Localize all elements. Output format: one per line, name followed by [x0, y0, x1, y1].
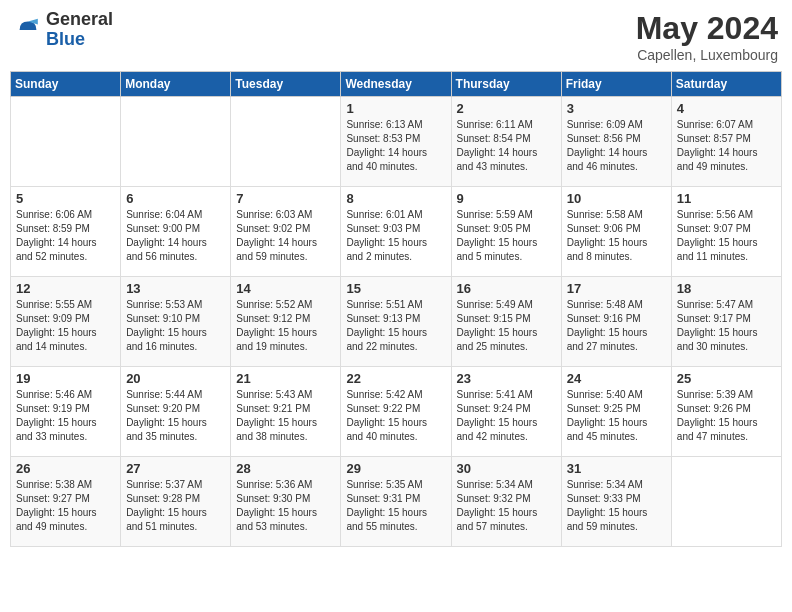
- calendar-week-5: 26Sunrise: 5:38 AMSunset: 9:27 PMDayligh…: [11, 457, 782, 547]
- day-info: Sunrise: 5:46 AMSunset: 9:19 PMDaylight:…: [16, 388, 115, 444]
- day-number: 11: [677, 191, 776, 206]
- day-number: 28: [236, 461, 335, 476]
- day-number: 26: [16, 461, 115, 476]
- weekday-header-thursday: Thursday: [451, 72, 561, 97]
- day-info: Sunrise: 5:34 AMSunset: 9:32 PMDaylight:…: [457, 478, 556, 534]
- day-info: Sunrise: 5:42 AMSunset: 9:22 PMDaylight:…: [346, 388, 445, 444]
- weekday-header-sunday: Sunday: [11, 72, 121, 97]
- day-number: 6: [126, 191, 225, 206]
- weekday-header-monday: Monday: [121, 72, 231, 97]
- calendar-week-2: 5Sunrise: 6:06 AMSunset: 8:59 PMDaylight…: [11, 187, 782, 277]
- day-number: 10: [567, 191, 666, 206]
- calendar-cell: 31Sunrise: 5:34 AMSunset: 9:33 PMDayligh…: [561, 457, 671, 547]
- day-number: 12: [16, 281, 115, 296]
- day-info: Sunrise: 6:07 AMSunset: 8:57 PMDaylight:…: [677, 118, 776, 174]
- weekday-header-friday: Friday: [561, 72, 671, 97]
- calendar-cell: 11Sunrise: 5:56 AMSunset: 9:07 PMDayligh…: [671, 187, 781, 277]
- calendar-cell: 16Sunrise: 5:49 AMSunset: 9:15 PMDayligh…: [451, 277, 561, 367]
- day-number: 27: [126, 461, 225, 476]
- location: Capellen, Luxembourg: [636, 47, 778, 63]
- calendar-cell: 21Sunrise: 5:43 AMSunset: 9:21 PMDayligh…: [231, 367, 341, 457]
- day-number: 24: [567, 371, 666, 386]
- calendar-cell: 29Sunrise: 5:35 AMSunset: 9:31 PMDayligh…: [341, 457, 451, 547]
- calendar-cell: 15Sunrise: 5:51 AMSunset: 9:13 PMDayligh…: [341, 277, 451, 367]
- day-number: 29: [346, 461, 445, 476]
- calendar-cell: [231, 97, 341, 187]
- day-info: Sunrise: 5:52 AMSunset: 9:12 PMDaylight:…: [236, 298, 335, 354]
- day-info: Sunrise: 5:35 AMSunset: 9:31 PMDaylight:…: [346, 478, 445, 534]
- weekday-header-saturday: Saturday: [671, 72, 781, 97]
- day-number: 22: [346, 371, 445, 386]
- calendar-cell: 19Sunrise: 5:46 AMSunset: 9:19 PMDayligh…: [11, 367, 121, 457]
- day-number: 21: [236, 371, 335, 386]
- day-info: Sunrise: 5:38 AMSunset: 9:27 PMDaylight:…: [16, 478, 115, 534]
- day-number: 1: [346, 101, 445, 116]
- calendar-week-3: 12Sunrise: 5:55 AMSunset: 9:09 PMDayligh…: [11, 277, 782, 367]
- day-number: 17: [567, 281, 666, 296]
- day-number: 19: [16, 371, 115, 386]
- calendar-cell: 1Sunrise: 6:13 AMSunset: 8:53 PMDaylight…: [341, 97, 451, 187]
- day-info: Sunrise: 5:55 AMSunset: 9:09 PMDaylight:…: [16, 298, 115, 354]
- day-number: 3: [567, 101, 666, 116]
- calendar-cell: 14Sunrise: 5:52 AMSunset: 9:12 PMDayligh…: [231, 277, 341, 367]
- calendar-cell: 24Sunrise: 5:40 AMSunset: 9:25 PMDayligh…: [561, 367, 671, 457]
- logo-icon: [14, 16, 42, 44]
- logo-text: General Blue: [46, 10, 113, 50]
- day-number: 18: [677, 281, 776, 296]
- day-number: 16: [457, 281, 556, 296]
- day-number: 13: [126, 281, 225, 296]
- calendar-cell: 8Sunrise: 6:01 AMSunset: 9:03 PMDaylight…: [341, 187, 451, 277]
- calendar-cell: 17Sunrise: 5:48 AMSunset: 9:16 PMDayligh…: [561, 277, 671, 367]
- day-info: Sunrise: 5:58 AMSunset: 9:06 PMDaylight:…: [567, 208, 666, 264]
- day-info: Sunrise: 5:34 AMSunset: 9:33 PMDaylight:…: [567, 478, 666, 534]
- calendar-cell: 7Sunrise: 6:03 AMSunset: 9:02 PMDaylight…: [231, 187, 341, 277]
- calendar-cell: 26Sunrise: 5:38 AMSunset: 9:27 PMDayligh…: [11, 457, 121, 547]
- logo: General Blue: [14, 10, 113, 50]
- day-number: 2: [457, 101, 556, 116]
- calendar-cell: 6Sunrise: 6:04 AMSunset: 9:00 PMDaylight…: [121, 187, 231, 277]
- day-number: 5: [16, 191, 115, 206]
- day-info: Sunrise: 5:41 AMSunset: 9:24 PMDaylight:…: [457, 388, 556, 444]
- calendar-cell: 23Sunrise: 5:41 AMSunset: 9:24 PMDayligh…: [451, 367, 561, 457]
- day-info: Sunrise: 6:03 AMSunset: 9:02 PMDaylight:…: [236, 208, 335, 264]
- day-info: Sunrise: 5:59 AMSunset: 9:05 PMDaylight:…: [457, 208, 556, 264]
- day-info: Sunrise: 6:01 AMSunset: 9:03 PMDaylight:…: [346, 208, 445, 264]
- day-info: Sunrise: 6:04 AMSunset: 9:00 PMDaylight:…: [126, 208, 225, 264]
- calendar-cell: 3Sunrise: 6:09 AMSunset: 8:56 PMDaylight…: [561, 97, 671, 187]
- weekday-header-tuesday: Tuesday: [231, 72, 341, 97]
- calendar-week-4: 19Sunrise: 5:46 AMSunset: 9:19 PMDayligh…: [11, 367, 782, 457]
- calendar-cell: 18Sunrise: 5:47 AMSunset: 9:17 PMDayligh…: [671, 277, 781, 367]
- calendar-cell: [671, 457, 781, 547]
- calendar-cell: 20Sunrise: 5:44 AMSunset: 9:20 PMDayligh…: [121, 367, 231, 457]
- day-info: Sunrise: 5:48 AMSunset: 9:16 PMDaylight:…: [567, 298, 666, 354]
- day-number: 20: [126, 371, 225, 386]
- day-number: 25: [677, 371, 776, 386]
- calendar-week-1: 1Sunrise: 6:13 AMSunset: 8:53 PMDaylight…: [11, 97, 782, 187]
- calendar-cell: 13Sunrise: 5:53 AMSunset: 9:10 PMDayligh…: [121, 277, 231, 367]
- day-info: Sunrise: 5:44 AMSunset: 9:20 PMDaylight:…: [126, 388, 225, 444]
- day-number: 7: [236, 191, 335, 206]
- day-info: Sunrise: 5:53 AMSunset: 9:10 PMDaylight:…: [126, 298, 225, 354]
- day-info: Sunrise: 6:11 AMSunset: 8:54 PMDaylight:…: [457, 118, 556, 174]
- calendar-cell: 25Sunrise: 5:39 AMSunset: 9:26 PMDayligh…: [671, 367, 781, 457]
- day-info: Sunrise: 5:36 AMSunset: 9:30 PMDaylight:…: [236, 478, 335, 534]
- day-info: Sunrise: 5:47 AMSunset: 9:17 PMDaylight:…: [677, 298, 776, 354]
- calendar-cell: [121, 97, 231, 187]
- day-number: 9: [457, 191, 556, 206]
- calendar-cell: 2Sunrise: 6:11 AMSunset: 8:54 PMDaylight…: [451, 97, 561, 187]
- day-number: 14: [236, 281, 335, 296]
- calendar-cell: 27Sunrise: 5:37 AMSunset: 9:28 PMDayligh…: [121, 457, 231, 547]
- day-info: Sunrise: 5:56 AMSunset: 9:07 PMDaylight:…: [677, 208, 776, 264]
- weekday-header-row: SundayMondayTuesdayWednesdayThursdayFrid…: [11, 72, 782, 97]
- day-number: 30: [457, 461, 556, 476]
- title-block: May 2024 Capellen, Luxembourg: [636, 10, 778, 63]
- calendar-cell: 4Sunrise: 6:07 AMSunset: 8:57 PMDaylight…: [671, 97, 781, 187]
- day-info: Sunrise: 5:37 AMSunset: 9:28 PMDaylight:…: [126, 478, 225, 534]
- day-number: 4: [677, 101, 776, 116]
- calendar-cell: 10Sunrise: 5:58 AMSunset: 9:06 PMDayligh…: [561, 187, 671, 277]
- calendar-cell: [11, 97, 121, 187]
- day-number: 31: [567, 461, 666, 476]
- calendar-cell: 5Sunrise: 6:06 AMSunset: 8:59 PMDaylight…: [11, 187, 121, 277]
- calendar-cell: 22Sunrise: 5:42 AMSunset: 9:22 PMDayligh…: [341, 367, 451, 457]
- logo-blue: Blue: [46, 30, 113, 50]
